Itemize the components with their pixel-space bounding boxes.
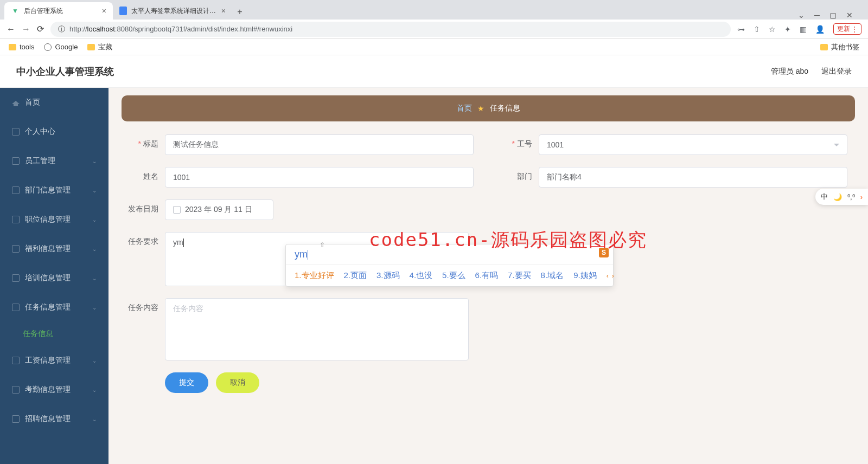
maximize-icon[interactable]: ▢: [829, 11, 837, 20]
sidebar-item-salary[interactable]: 工资信息管理⌄: [0, 346, 108, 375]
bookmark-treasure[interactable]: 宝藏: [87, 42, 112, 52]
content-textarea[interactable]: 任务内容: [165, 298, 469, 360]
submit-button[interactable]: 提交: [165, 372, 208, 393]
salary-icon: [12, 357, 20, 364]
job-no-select[interactable]: 1001: [539, 134, 847, 155]
docs-icon: [119, 7, 127, 15]
logout-link[interactable]: 退出登录: [821, 67, 852, 76]
reading-list-icon[interactable]: ▥: [800, 25, 807, 34]
sidebar-item-employee[interactable]: 员工管理⌄: [0, 146, 108, 176]
ime-candidates: 1.专业好评 2.页面 3.源码 4.也没 5.要么 6.有吗 7.要买 8.域…: [286, 265, 613, 286]
ime-candidate[interactable]: 9.姨妈: [573, 270, 597, 281]
ime-prev-icon[interactable]: ‹: [607, 272, 609, 280]
sidebar-item-home[interactable]: 首页: [0, 88, 108, 117]
bookmarks-bar: tools Google 宝藏 其他书签: [0, 39, 868, 55]
url-text: http://localhost:8080/springbootq731f/ad…: [69, 25, 292, 33]
browser-tab-active[interactable]: ▼ 后台管理系统 ×: [4, 2, 113, 20]
pub-date-input[interactable]: 2023 年 09 月 11 日: [165, 199, 273, 220]
bookmark-google[interactable]: Google: [44, 43, 78, 51]
browser-tab[interactable]: 太平人寿签章系统详细设计文档 ×: [113, 2, 232, 20]
ime-candidate[interactable]: 6.有吗: [475, 270, 499, 281]
other-bookmarks[interactable]: 其他书签: [820, 42, 859, 52]
breadcrumb-home[interactable]: 首页: [457, 104, 472, 113]
ime-popup: ym S ⇧ 1.专业好评 2.页面 3.源码 4.也没 5.要么 6.有吗 7…: [285, 244, 614, 287]
recruit-icon: [12, 415, 20, 423]
welfare-icon: [12, 245, 20, 253]
folder-icon: [820, 44, 828, 50]
forward-button[interactable]: →: [22, 24, 30, 34]
label-pub-date: 发布日期: [122, 199, 165, 214]
reload-button[interactable]: ⟳: [37, 24, 44, 34]
sidebar-item-position[interactable]: 职位信息管理⌄: [0, 205, 108, 234]
label-job-no: *工号: [495, 134, 539, 149]
lang-indicator: 中: [821, 192, 828, 202]
bookmark-tools[interactable]: tools: [9, 43, 34, 51]
url-input[interactable]: ⓘ http://localhost:8080/springbootq731f/…: [50, 22, 731, 37]
breadcrumb-current: 任务信息: [490, 104, 520, 113]
chevron-down-icon: ⌄: [92, 416, 97, 422]
chevron-down-icon: ⌄: [92, 188, 97, 194]
ime-candidate[interactable]: 5.要么: [442, 270, 465, 281]
ime-candidate[interactable]: 7.要买: [508, 270, 531, 281]
ime-candidate[interactable]: 8.域名: [541, 270, 564, 281]
update-button[interactable]: 更新 ⋮: [833, 23, 861, 35]
sidebar-item-profile[interactable]: 个人中心: [0, 117, 108, 146]
new-tab-button[interactable]: +: [232, 4, 247, 20]
sidebar-item-recruit[interactable]: 招聘信息管理⌄: [0, 404, 108, 434]
sidebar-item-dept[interactable]: 部门信息管理⌄: [0, 176, 108, 205]
chevron-right-icon[interactable]: ›: [860, 193, 863, 201]
dept-input[interactable]: 部门名称4: [539, 167, 847, 188]
star-icon[interactable]: ☆: [769, 25, 776, 34]
name-input[interactable]: 1001: [165, 167, 474, 188]
back-button[interactable]: ←: [7, 24, 15, 34]
ime-next-icon[interactable]: ›: [612, 272, 614, 280]
task-icon: [12, 304, 20, 311]
sidebar-subitem-task-info[interactable]: 任务信息: [0, 322, 108, 346]
app-title: 中小企业人事管理系统: [16, 65, 114, 78]
users-icon: [12, 157, 20, 165]
vue-icon: ▼: [11, 7, 20, 15]
sidebar: 首页 个人中心 员工管理⌄ 部门信息管理⌄ 职位信息管理⌄ 福利信息管理⌄ 培训…: [0, 88, 108, 464]
window-controls: ⌄ ─ ▢ ✕: [798, 11, 864, 20]
cancel-button[interactable]: 取消: [216, 372, 259, 393]
chevron-down-icon: ⌄: [92, 217, 97, 223]
user-icon: [12, 128, 20, 136]
chevron-down-icon[interactable]: ⌄: [798, 11, 805, 20]
chevron-down-icon: ⌄: [92, 246, 97, 252]
dept-icon: [12, 186, 20, 194]
training-icon: [12, 274, 20, 282]
ime-candidate[interactable]: 2.页面: [344, 270, 367, 281]
ime-candidate[interactable]: 3.源码: [376, 270, 400, 281]
key-icon[interactable]: ⊶: [737, 25, 745, 34]
info-icon[interactable]: ⓘ: [58, 24, 65, 34]
ime-candidate[interactable]: 4.也没: [410, 270, 433, 281]
extensions-icon[interactable]: ✦: [784, 25, 791, 34]
ime-status-widget[interactable]: 中 🌙 ⁰,⁰ ›: [815, 189, 868, 205]
label-dept: 部门: [495, 167, 539, 182]
share-icon[interactable]: ⇧: [754, 25, 760, 34]
home-icon: [12, 99, 20, 106]
title-input[interactable]: 测试任务信息: [165, 134, 474, 155]
window-close-icon[interactable]: ✕: [846, 11, 853, 20]
sidebar-item-task[interactable]: 任务信息管理⌄: [0, 293, 108, 322]
browser-tab-strip: ▼ 后台管理系统 × 太平人寿签章系统详细设计文档 × + ⌄ ─ ▢ ✕: [0, 0, 868, 20]
sidebar-item-training[interactable]: 培训信息管理⌄: [0, 263, 108, 293]
close-icon[interactable]: ×: [102, 7, 106, 15]
main-content: 首页 ★ 任务信息 *标题 测试任务信息 *工号 1001 姓名 1001: [108, 88, 868, 464]
star-icon: ★: [477, 104, 484, 113]
user-label[interactable]: 管理员 abo: [771, 67, 808, 76]
breadcrumb: 首页 ★ 任务信息: [122, 95, 855, 121]
sidebar-item-attendance[interactable]: 考勤信息管理⌄: [0, 375, 108, 404]
chevron-down-icon: ⌄: [92, 387, 97, 393]
sidebar-item-welfare[interactable]: 福利信息管理⌄: [0, 234, 108, 263]
calendar-icon: [173, 206, 181, 214]
tab-title: 后台管理系统: [24, 7, 98, 16]
ime-candidate[interactable]: 1.专业好评: [295, 270, 334, 281]
ime-composition: ym S: [286, 244, 613, 265]
close-icon[interactable]: ×: [221, 7, 226, 15]
moon-icon: 🌙: [833, 193, 842, 201]
position-icon: [12, 216, 20, 223]
profile-icon[interactable]: 👤: [815, 25, 825, 34]
up-arrow-icon: ⇧: [320, 241, 325, 249]
minimize-icon[interactable]: ─: [814, 11, 820, 20]
